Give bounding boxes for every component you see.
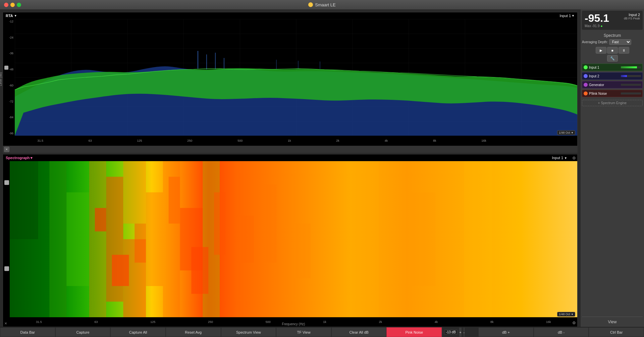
rta-input-label: Input 1 bbox=[559, 14, 571, 18]
spectrograph-resolution-badge[interactable]: 1/48 Oct ▼ bbox=[557, 312, 575, 317]
rta-input-dropdown[interactable]: ▼ bbox=[572, 14, 575, 17]
svg-rect-34 bbox=[237, 216, 254, 263]
channel-row-pink-noise: P9ink Noise bbox=[582, 90, 643, 97]
view-section: View bbox=[582, 317, 643, 326]
svg-rect-36 bbox=[293, 223, 311, 278]
reset-avg-button[interactable]: Reset Avg bbox=[166, 327, 221, 337]
spectrograph-input-selector[interactable]: Input 1 ▼ bbox=[552, 156, 567, 160]
db-minus-button[interactable]: dB - bbox=[534, 327, 589, 337]
svg-rect-21 bbox=[146, 192, 163, 286]
rta-level-slider[interactable] bbox=[4, 66, 8, 70]
titlebar: Smaart LE bbox=[0, 0, 644, 9]
svg-rect-14 bbox=[10, 161, 38, 239]
add-spectrum-engine-button[interactable]: + Spectrum Engine bbox=[582, 100, 643, 106]
spectro-settings-btn[interactable]: ⚙ bbox=[572, 321, 576, 325]
spectrograph-label: Spectrograph bbox=[6, 156, 30, 160]
rta-resolution-badge[interactable]: 1/48 Oct ▼ bbox=[557, 130, 575, 135]
ctrl-bar-button[interactable]: Ctrl Bar bbox=[589, 327, 644, 337]
view-section-title: View bbox=[582, 320, 643, 324]
minimize-button[interactable] bbox=[10, 3, 15, 7]
spectrum-section-title: Spectrum bbox=[582, 33, 643, 38]
main-layout: RTA ▼ Input 1 ▼ -12 -24 -36 -48 -60 -72 … bbox=[0, 9, 644, 327]
pink-noise-dot bbox=[584, 91, 588, 95]
rta-header: RTA ▼ bbox=[6, 14, 17, 18]
rta-input-selector[interactable]: Input 1 ▼ bbox=[559, 14, 575, 18]
svg-rect-32 bbox=[191, 247, 208, 294]
level-info: Input 2 dB FS Peak bbox=[624, 13, 640, 20]
svg-rect-16 bbox=[66, 192, 89, 286]
capture-button[interactable]: Capture bbox=[55, 327, 111, 337]
settings-wrench-button[interactable]: 🔧 bbox=[607, 55, 618, 62]
input2-level-fill bbox=[621, 75, 627, 77]
svg-rect-19 bbox=[123, 161, 146, 223]
bottom-toolbar: Data Bar Capture Capture All Reset Avg S… bbox=[0, 327, 644, 337]
spectrograph-header: Spectrograph ♥ bbox=[6, 156, 33, 160]
pink-noise-db-controls: -13 dB + - bbox=[442, 327, 478, 337]
stop-button[interactable]: ■ bbox=[607, 47, 618, 54]
averaging-label: Averaging Depth: bbox=[582, 40, 608, 44]
play-button[interactable]: ▶ bbox=[596, 47, 606, 54]
svg-rect-35 bbox=[265, 185, 276, 263]
spectro-collapse-btn[interactable]: ✕ bbox=[4, 322, 7, 325]
level-value: -95.1 bbox=[585, 13, 609, 23]
pink-noise-level-bar bbox=[621, 92, 641, 94]
spectrum-view-button[interactable]: Spectrum View bbox=[221, 327, 276, 337]
rta-label: RTA bbox=[6, 14, 13, 18]
svg-rect-26 bbox=[407, 192, 435, 286]
rta-dropdown-icon[interactable]: ▼ bbox=[14, 14, 17, 17]
pink-noise-db-minus[interactable]: - bbox=[463, 327, 465, 337]
input2-dot bbox=[584, 74, 588, 78]
pink-noise-button[interactable]: Pink Noise bbox=[386, 327, 442, 337]
y-axis: -12 -24 -36 -48 -60 -72 -84 -96 bbox=[3, 19, 15, 136]
level-unit: dB FS Peak bbox=[624, 17, 640, 20]
level-max: Max -91.9 ● bbox=[585, 24, 640, 28]
collapse-rta-btn[interactable]: ✕ bbox=[4, 147, 9, 152]
spectro-bottom-slider[interactable] bbox=[4, 266, 9, 271]
svg-rect-29 bbox=[112, 255, 129, 286]
db-plus-button[interactable]: dB + bbox=[478, 327, 534, 337]
spectrograph-svg bbox=[10, 161, 577, 317]
clear-all-db-button[interactable]: Clear All dB bbox=[331, 327, 387, 337]
svg-rect-33 bbox=[214, 192, 225, 255]
averaging-select[interactable]: Fast Medium Slow bbox=[609, 39, 631, 45]
sidebar: -95.1 Input 2 dB FS Peak Max -91.9 ● Spe… bbox=[580, 9, 644, 327]
spectrograph-gear-btn[interactable]: ⚙ bbox=[572, 156, 576, 160]
input1-dot bbox=[584, 65, 588, 69]
pink-noise-db-display: -13 dB bbox=[444, 330, 458, 335]
maximize-button[interactable] bbox=[17, 3, 21, 7]
pause-button[interactable]: ⏸ bbox=[619, 47, 629, 54]
capture-all-button[interactable]: Capture All bbox=[110, 327, 166, 337]
spectrograph-heart: ♥ bbox=[31, 156, 33, 160]
averaging-row: Averaging Depth: Fast Medium Slow bbox=[582, 39, 643, 45]
svg-rect-27 bbox=[464, 161, 492, 317]
max-dot: ● bbox=[600, 24, 602, 28]
level-display: -95.1 Input 2 dB FS Peak Max -91.9 ● bbox=[582, 11, 643, 30]
generator-dot bbox=[584, 83, 588, 87]
spectro-top-slider[interactable] bbox=[4, 180, 9, 185]
svg-rect-28 bbox=[95, 208, 106, 231]
input2-label: Input 2 bbox=[589, 74, 620, 78]
spectrograph-x-axis: 31.5 63 125 250 500 1k 2k 4k 8k 16k Freq… bbox=[10, 317, 577, 327]
transport-controls: ▶ ■ ⏸ bbox=[582, 47, 643, 54]
app-icon bbox=[308, 2, 313, 7]
rta-panel: RTA ▼ Input 1 ▼ -12 -24 -36 -48 -60 -72 … bbox=[3, 12, 578, 146]
generator-label: Generator bbox=[589, 83, 620, 87]
channel-row-generator: Generator bbox=[582, 81, 643, 88]
pink-noise-db-plus[interactable]: + bbox=[459, 327, 462, 337]
rta-chart-area[interactable] bbox=[15, 19, 577, 136]
svg-rect-15 bbox=[49, 161, 66, 317]
input1-label: Input 1 bbox=[589, 66, 620, 69]
svg-rect-17 bbox=[89, 161, 106, 317]
rta-svg bbox=[15, 19, 577, 136]
data-bar-button[interactable]: Data Bar bbox=[0, 327, 55, 337]
wrench-row: 🔧 bbox=[582, 55, 643, 62]
app-title: Smaart LE bbox=[308, 2, 335, 7]
y-axis-title: Level (dB) bbox=[0, 72, 2, 86]
svg-rect-31 bbox=[169, 177, 180, 224]
svg-rect-25 bbox=[350, 161, 379, 317]
tf-view-button[interactable]: TF View bbox=[276, 327, 331, 337]
level-input-label: Input 2 bbox=[624, 13, 640, 17]
close-button[interactable] bbox=[4, 3, 8, 7]
traffic-lights bbox=[4, 3, 21, 7]
pink-noise-label: P9ink Noise bbox=[589, 92, 620, 95]
